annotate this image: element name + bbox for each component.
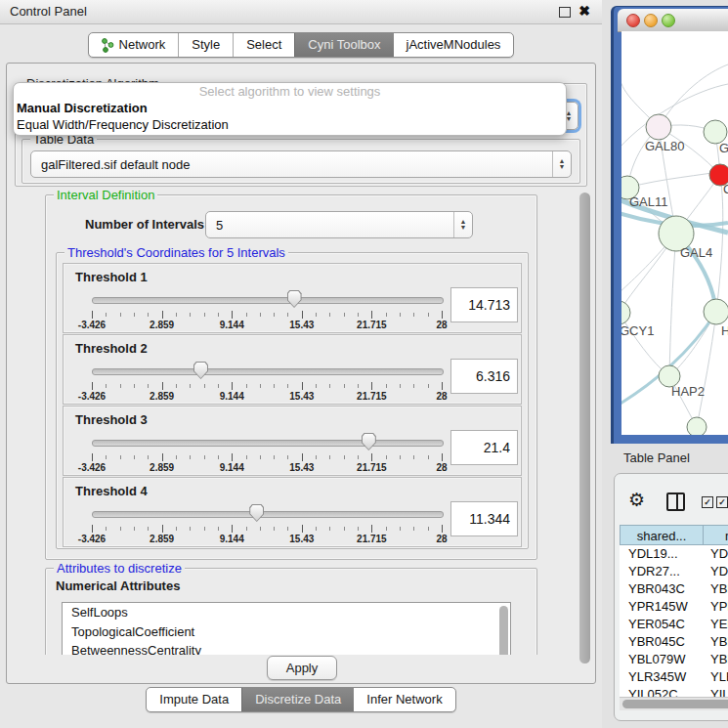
list-scrollbar[interactable] <box>499 606 508 655</box>
split-columns-icon[interactable] <box>666 492 685 511</box>
network-canvas[interactable]: GAL80 G C GAL11 GAL4 GCY1 H HAP2 <box>621 31 728 435</box>
apply-button[interactable]: Apply <box>267 656 337 680</box>
tick-mark <box>204 384 205 388</box>
tick-mark <box>218 384 219 388</box>
scale-label: 9.144 <box>220 534 244 544</box>
tick-mark <box>371 525 372 533</box>
network-node-bottom[interactable] <box>687 417 707 435</box>
list-item[interactable]: TopologicalCoefficient <box>63 622 510 642</box>
threshold-3-slider[interactable]: -3.4262.8599.14415.4321.71528 <box>92 432 442 471</box>
node-label-c: C <box>723 182 728 196</box>
tab-style[interactable]: Style <box>178 33 233 57</box>
zoom-traffic-light-icon[interactable] <box>662 14 675 27</box>
slider-track[interactable] <box>92 297 444 304</box>
tick-mark <box>400 384 401 388</box>
tick-mark <box>106 313 107 317</box>
tab-network[interactable]: Network <box>89 33 179 57</box>
number-of-intervals-combobox[interactable]: 5 ▲▼ <box>205 211 473 238</box>
network-node-gal80[interactable] <box>646 114 671 140</box>
slider-track[interactable] <box>92 511 444 518</box>
tick-mark <box>190 384 191 388</box>
table-row[interactable]: YBR045CYBR0 <box>620 633 728 651</box>
slider-thumb[interactable] <box>287 290 302 308</box>
list-item[interactable]: BetweennessCentrality <box>63 641 510 655</box>
checkbox-icon[interactable]: ✓ <box>716 496 728 508</box>
tick-mark <box>386 527 387 531</box>
tab-select[interactable]: Select <box>233 33 294 57</box>
tick-mark <box>358 455 359 459</box>
table-panel: ⚙ ✓ ✓ shared... n YDL19...YDL1 YDR27...Y… <box>614 473 728 721</box>
popup-hint: Select algorithm to view settings <box>14 84 566 100</box>
gear-icon[interactable]: ⚙ <box>628 491 645 509</box>
tick-mark <box>162 382 163 390</box>
slider-thumb[interactable] <box>362 433 376 450</box>
threshold-2-value-field[interactable] <box>450 359 518 394</box>
minimize-traffic-light-icon[interactable] <box>644 14 658 27</box>
slider-track[interactable] <box>92 368 444 375</box>
threshold-1-value-field[interactable] <box>450 287 518 322</box>
tick-mark <box>204 455 205 459</box>
tab-discretize-data[interactable]: Discretize Data <box>241 688 354 711</box>
slider-thumb[interactable] <box>249 504 264 522</box>
close-traffic-light-icon[interactable] <box>626 14 640 27</box>
table-row[interactable]: YDL19...YDL1 <box>620 545 728 563</box>
panel-scrollbar[interactable] <box>579 193 590 664</box>
table-data-combobox[interactable]: galFiltered.sif default node ▲▼ <box>30 150 572 178</box>
numerical-attributes-list[interactable]: SelfLoops TopologicalCoefficient Between… <box>62 602 511 655</box>
tick-mark <box>344 313 345 317</box>
float-window-icon[interactable] <box>559 7 571 18</box>
tick-mark <box>302 453 303 461</box>
network-window-titlebar[interactable] <box>618 9 728 32</box>
table-row[interactable]: YBL079WYBL0 <box>620 651 728 668</box>
tab-infer-network[interactable]: Infer Network <box>354 688 454 711</box>
tick-mark <box>274 313 275 317</box>
tick-mark <box>148 384 149 388</box>
tab-cyni-toolbox-label: Cyni Toolbox <box>308 33 380 57</box>
tick-mark <box>316 384 317 388</box>
tab-cyni-toolbox[interactable]: Cyni Toolbox <box>294 33 393 57</box>
checkbox-icon[interactable]: ✓ <box>702 496 713 508</box>
table-header-row: shared... n <box>620 525 728 545</box>
horizontal-scrollbar-thumb[interactable] <box>622 700 728 708</box>
table-row[interactable]: YDR27...YDR2 <box>620 563 728 580</box>
close-icon[interactable]: ✖ <box>578 3 590 19</box>
table-row[interactable]: YER054CYER0 <box>620 616 728 633</box>
tick-mark <box>260 384 261 388</box>
popup-item-equal-width-frequency[interactable]: Equal Width/Frequency Discretization <box>14 116 566 133</box>
slider-track[interactable] <box>92 440 444 447</box>
tick-mark <box>316 527 317 531</box>
threshold-4-box: Threshold 4 -3.4262.8599.14415.4321.7152… <box>63 477 522 547</box>
threshold-1-label: Threshold 1 <box>75 270 148 284</box>
threshold-1-box: Threshold 1 -3.4262.8599.14415.4321.7152… <box>63 263 522 333</box>
slider-thumb[interactable] <box>193 362 208 379</box>
node-label-hap2: HAP2 <box>671 384 705 399</box>
scale-label: -3.426 <box>78 462 106 473</box>
threshold-2-slider[interactable]: -3.4262.8599.14415.4321.71528 <box>92 361 442 400</box>
threshold-4-value-field[interactable] <box>450 501 518 536</box>
threshold-3-value-field[interactable] <box>450 430 518 465</box>
list-item[interactable]: SelfLoops <box>63 603 510 622</box>
scale-label: 9.144 <box>220 391 244 402</box>
table-row[interactable]: YPR145WYPR1 <box>620 598 728 616</box>
interval-definition-title: Interval Definition <box>54 188 157 202</box>
threshold-4-slider[interactable]: -3.4262.8599.14415.4321.71528 <box>92 503 442 542</box>
threshold-2-label: Threshold 2 <box>75 341 148 356</box>
tab-jactivemnodules[interactable]: jActiveMNodules <box>394 33 514 57</box>
popup-item-manual-discretization[interactable]: Manual Discretization <box>14 100 566 116</box>
column-header-name[interactable]: n <box>704 525 728 545</box>
attributes-group-title: Attributes to discretize <box>54 561 185 576</box>
network-node-gcy1[interactable] <box>621 301 630 324</box>
column-header-shared[interactable]: shared... <box>620 525 704 545</box>
tick-mark <box>134 527 135 531</box>
tick-mark <box>329 313 330 317</box>
network-node-h[interactable] <box>704 299 728 324</box>
table-row[interactable]: YBR043CYBR0 <box>620 580 728 598</box>
scale-label: 28 <box>436 391 447 402</box>
tab-impute-data[interactable]: Impute Data <box>147 688 241 711</box>
tick-mark <box>428 527 429 531</box>
tick-mark <box>190 527 191 531</box>
table-row[interactable]: YLR345WYLR3 <box>620 668 728 686</box>
scale-label: 2.859 <box>150 534 174 544</box>
horizontal-scrollbar[interactable] <box>620 697 728 710</box>
threshold-1-slider[interactable]: -3.4262.8599.14415.4321.71528 <box>92 289 442 328</box>
